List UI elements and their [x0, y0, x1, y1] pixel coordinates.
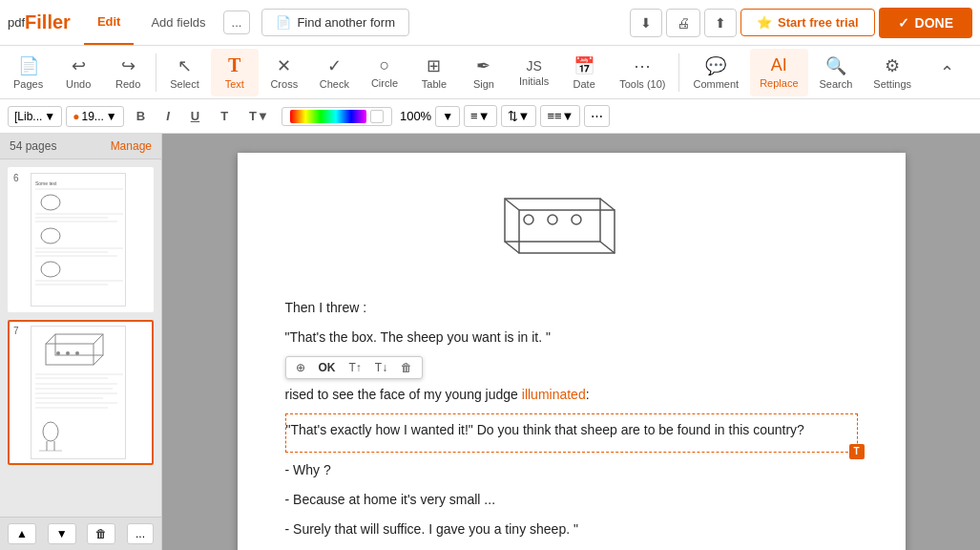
inline-down-button[interactable]: T↓ — [369, 359, 393, 376]
inline-ok-button[interactable]: OK — [313, 359, 342, 376]
text-align-button[interactable]: T — [212, 105, 237, 127]
inline-up-button[interactable]: T↑ — [344, 359, 367, 376]
share-button[interactable]: ⬆ — [704, 9, 737, 37]
check-tool[interactable]: ✓ Check — [310, 49, 359, 96]
text-tool[interactable]: T Text — [211, 49, 259, 96]
page-thumb-7[interactable]: 7 — [8, 320, 154, 465]
sign-label: Sign — [473, 78, 494, 90]
replace-tool[interactable]: AI Replace — [750, 49, 807, 96]
align-left-button[interactable]: ≡▼ — [464, 105, 496, 127]
font-size-value: 19... — [82, 110, 104, 123]
table-tool[interactable]: ⊞ Table — [410, 49, 458, 96]
svg-text:Some text: Some text — [35, 180, 57, 186]
table-icon: ⊞ — [427, 55, 441, 76]
circle-icon: ○ — [380, 55, 390, 75]
divider-2 — [678, 53, 679, 92]
align-para-button[interactable]: ≡≡▼ — [540, 105, 580, 127]
thumbnail-container: 6 Some text — [0, 159, 161, 517]
color-gradient — [290, 110, 366, 123]
done-button[interactable]: ✓ DONE — [879, 8, 972, 38]
divider-1 — [156, 53, 156, 92]
more-sub-button[interactable]: ⋯ — [584, 105, 610, 127]
add-fields-tab[interactable]: Add fields — [137, 0, 219, 45]
date-tool[interactable]: 📅 Date — [560, 49, 608, 96]
circle-tool[interactable]: ○ Circle — [361, 49, 408, 96]
download-button[interactable]: ⬇ — [630, 9, 662, 37]
trial-button[interactable]: ⭐ Start free trial — [740, 9, 875, 36]
manage-link[interactable]: Manage — [111, 139, 152, 153]
delete-page-button[interactable]: 🗑 — [87, 523, 115, 544]
zoom-chevron: ▼ — [442, 110, 453, 123]
initials-tool[interactable]: JS Initials — [510, 49, 558, 96]
zoom-select[interactable]: ▼ — [435, 106, 460, 127]
main-toolbar: 📄 Pages ↩ Undo ↪ Redo ↖ Select T Text ✕ … — [0, 46, 980, 99]
sidebar: 54 pages Manage 6 Some text — [0, 134, 162, 550]
svg-rect-13 — [55, 334, 103, 355]
main-area: 54 pages Manage 6 Some text — [0, 134, 980, 550]
undo-tool[interactable]: ↩ Undo — [54, 49, 102, 96]
text-paragraph-3: rised to see the face of my young judge … — [285, 383, 858, 407]
text-paragraph-3-before: rised to see the face of my young judge — [285, 387, 522, 402]
svg-point-29 — [43, 422, 58, 441]
underline-button[interactable]: U — [182, 105, 208, 127]
font-size-select[interactable]: ● 19... ▼ — [66, 106, 124, 127]
expand-icon: ⌃ — [940, 62, 954, 83]
align-vertical-button[interactable]: ⇅▼ — [501, 105, 537, 127]
bold-button[interactable]: B — [128, 105, 154, 127]
more-page-button[interactable]: ... — [127, 523, 154, 544]
tools-label: Tools (10) — [619, 78, 665, 90]
edit-tab[interactable]: Edit — [84, 0, 135, 45]
svg-point-39 — [524, 215, 533, 224]
italic-button[interactable]: I — [157, 105, 178, 127]
inline-move-button[interactable]: ⊕ — [290, 359, 311, 376]
page-6-number: 6 — [13, 173, 25, 183]
date-icon: 📅 — [573, 55, 594, 76]
redo-icon: ↪ — [121, 55, 136, 76]
select-label: Select — [170, 78, 199, 90]
cross-icon: ✕ — [277, 55, 291, 76]
text-cursor-handle[interactable]: T — [849, 444, 865, 459]
font-family-select[interactable]: [Lib... ▼ — [8, 106, 62, 127]
text-why: - Why ? — [285, 458, 858, 482]
settings-tool[interactable]: ⚙ Settings — [864, 49, 921, 96]
pages-label: Pages — [13, 78, 43, 90]
page-7-number: 7 — [13, 326, 25, 336]
find-form-button[interactable]: 📄 Find another form — [261, 9, 409, 36]
expand-tool[interactable]: ⌃ — [923, 49, 970, 96]
comment-icon: 💬 — [705, 55, 726, 76]
color-bar[interactable] — [281, 107, 392, 126]
page-thumb-6[interactable]: 6 Some text — [8, 167, 154, 312]
svg-line-14 — [46, 334, 55, 344]
page-down-button[interactable]: ▼ — [48, 523, 76, 544]
svg-line-36 — [600, 242, 615, 253]
svg-point-10 — [41, 262, 60, 277]
find-form-label: Find another form — [297, 15, 395, 30]
redo-tool[interactable]: ↪ Redo — [104, 49, 152, 96]
replace-label: Replace — [760, 77, 798, 89]
text-color-button[interactable]: T▼ — [240, 105, 278, 127]
inline-delete-button[interactable]: 🗑 — [395, 359, 418, 376]
replace-icon: AI — [771, 55, 787, 75]
select-icon: ↖ — [177, 55, 192, 76]
cross-tool[interactable]: ✕ Cross — [261, 49, 308, 96]
inline-editing-toolbar: ⊕ OK T↑ T↓ 🗑 — [285, 356, 424, 379]
page-up-button[interactable]: ▲ — [8, 523, 36, 544]
font-size-chevron: ▼ — [106, 110, 117, 123]
print-button[interactable]: 🖨 — [666, 9, 700, 37]
svg-rect-17 — [46, 344, 94, 365]
select-tool[interactable]: ↖ Select — [160, 49, 209, 96]
tools-tool[interactable]: ⋯ Tools (10) — [610, 49, 675, 96]
pages-tool[interactable]: 📄 Pages — [4, 49, 52, 96]
search-tool[interactable]: 🔍 Search — [810, 49, 863, 96]
text-selection-area[interactable]: "That's exactly how I wanted it!" Do you… — [285, 413, 858, 453]
text-selection-content: "That's exactly how I wanted it!" Do you… — [286, 418, 857, 442]
search-icon: 🔍 — [825, 55, 846, 76]
svg-point-18 — [56, 351, 60, 355]
date-label: Date — [573, 78, 595, 90]
box-illustration — [490, 191, 653, 267]
comment-tool[interactable]: 💬 Comment — [683, 49, 748, 96]
more-button[interactable]: ... — [223, 11, 251, 34]
font-size-icon: ● — [73, 110, 79, 123]
document-area: Then I threw : "That's the box. The shee… — [162, 134, 980, 550]
sign-tool[interactable]: ✒ Sign — [460, 49, 508, 96]
